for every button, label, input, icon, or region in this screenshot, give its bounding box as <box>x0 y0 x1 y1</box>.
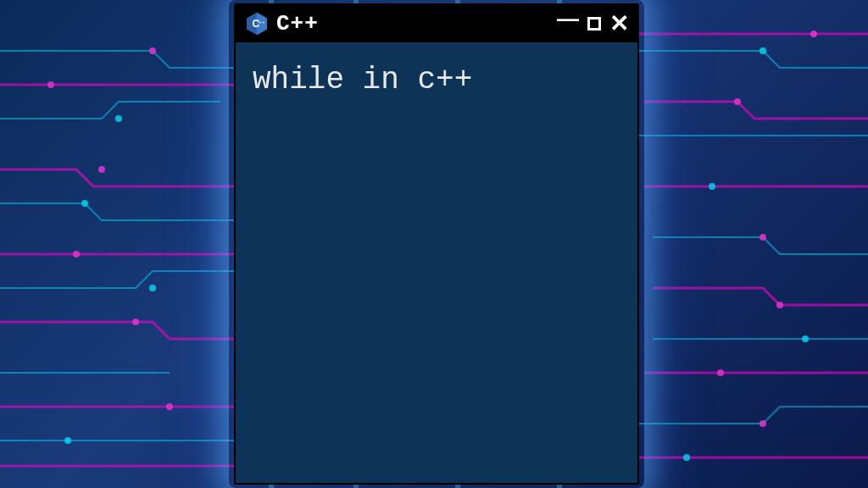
svg-point-15 <box>717 369 724 376</box>
svg-point-21 <box>709 183 715 190</box>
svg-point-20 <box>760 47 766 54</box>
maximize-icon[interactable] <box>587 17 601 30</box>
svg-text:+: + <box>259 20 261 25</box>
svg-point-14 <box>810 30 817 37</box>
titlebar[interactable]: C + + C++ — ✕ <box>236 5 637 42</box>
svg-text:+: + <box>263 20 265 25</box>
close-icon[interactable]: ✕ <box>609 12 629 36</box>
svg-point-8 <box>132 319 139 325</box>
svg-point-18 <box>149 285 156 291</box>
svg-point-9 <box>166 403 173 410</box>
svg-point-11 <box>760 234 766 241</box>
svg-point-6 <box>98 166 105 173</box>
minimize-icon[interactable]: — <box>557 8 579 30</box>
terminal-window: C + + C++ — ✕ while in c++ <box>234 3 639 485</box>
window-body: while in c++ <box>236 42 637 483</box>
svg-point-19 <box>64 437 71 444</box>
svg-point-5 <box>149 47 156 54</box>
svg-point-4 <box>47 81 54 88</box>
svg-point-12 <box>776 302 783 308</box>
svg-point-17 <box>115 115 122 122</box>
svg-point-13 <box>760 420 766 427</box>
svg-point-16 <box>81 200 88 207</box>
svg-point-22 <box>802 336 809 342</box>
svg-point-7 <box>73 251 80 258</box>
window-title: C++ <box>276 11 550 36</box>
window-controls: — ✕ <box>557 12 629 36</box>
svg-point-10 <box>734 98 741 105</box>
cpp-logo-icon: C + + <box>244 11 270 36</box>
body-text: while in c++ <box>253 63 620 97</box>
svg-point-23 <box>683 454 690 461</box>
